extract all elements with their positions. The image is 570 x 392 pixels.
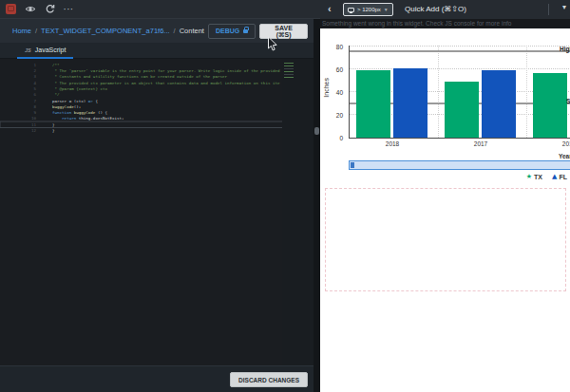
x-tick-label: 2018 (386, 140, 399, 147)
eye-icon (25, 5, 36, 13)
editor-toolbar: ··· (0, 0, 320, 19)
x-tick-label: 2016 (562, 140, 570, 147)
splitter-handle-icon[interactable] (314, 127, 319, 135)
app-logo-icon[interactable] (6, 4, 16, 14)
back-button[interactable]: ‹ (328, 2, 332, 15)
gridline-horizontal (350, 68, 570, 69)
tab-javascript-label: JavaScript (35, 47, 66, 53)
empty-widget-placeholder (325, 188, 566, 291)
lock-icon (243, 29, 248, 33)
collapse-button[interactable]: ▾ (562, 3, 566, 11)
reference-line-label: Highest (560, 46, 570, 52)
star-marker-icon: ★ (526, 173, 532, 180)
debug-button-label: DEBUG (216, 28, 239, 34)
code-lines: 1/**2 * The 'parser' variable is the ent… (0, 59, 314, 365)
breadcrumb-current: Content (180, 27, 204, 35)
y-tick-label: 80 (336, 44, 343, 50)
legend-label: FL (559, 174, 567, 180)
discard-changes-button[interactable]: DISCARD CHANGES (230, 372, 308, 387)
bar-fl-2018[interactable] (393, 68, 428, 138)
breadcrumb-component[interactable]: TEXT_WIDGET_COMPONENT_a71f6... (41, 27, 169, 35)
code-token: buggyCode (52, 104, 74, 109)
viewport-size-value: > 1200px (357, 7, 381, 12)
code-token: return (52, 116, 76, 121)
code-token: */ (52, 92, 60, 97)
tab-javascript[interactable]: JS JavaScript (17, 43, 73, 59)
error-banner: Something went wrong in this widget. Che… (320, 19, 570, 28)
viewport-size-dropdown[interactable]: > 1200px ▼ (343, 3, 393, 16)
more-options-button[interactable]: ··· (64, 5, 74, 13)
app-logo-glyph (8, 6, 14, 11)
breadcrumb-separator: / (174, 27, 176, 35)
editor-footer: DISCARD CHANGES (0, 365, 314, 392)
header-divider (548, 4, 549, 15)
ellipsis-icon: ··· (64, 5, 74, 13)
triangle-marker-icon: ▲ (552, 173, 557, 180)
minimap[interactable] (282, 59, 314, 365)
line-number: 12 (0, 127, 36, 133)
reference-line-label: S (566, 98, 570, 104)
y-tick-label: 60 (336, 66, 343, 73)
code-token: } (52, 121, 55, 126)
code-line[interactable]: 12} (0, 127, 314, 133)
legend-item-fl[interactable]: ▲FL (552, 173, 567, 180)
preview-header: ‹ > 1200px ▼ Quick Add (⌘⇧O) ▾ (320, 0, 570, 19)
editor-panel: ··· Home / TEXT_WIDGET_COMPONENT_a71f6..… (0, 0, 320, 392)
gridline-vertical (526, 46, 527, 138)
mouse-cursor (267, 36, 278, 53)
chart-range-slider[interactable] (349, 160, 570, 170)
y-tick-label: 40 (336, 89, 343, 96)
code-token: /** (52, 63, 60, 67)
breadcrumb-actions: DEBUG SAVE (⌘S) (208, 24, 308, 39)
debug-button[interactable]: DEBUG (208, 24, 256, 39)
preview-eye-button[interactable] (25, 5, 36, 13)
code-token: } (52, 128, 55, 133)
chevron-down-icon: ▾ (562, 3, 566, 11)
legend-label: TX (534, 174, 542, 180)
refresh-button[interactable] (45, 4, 55, 14)
breadcrumb-separator: / (35, 27, 37, 35)
code-token: * Constants and utilility functions can … (52, 74, 227, 79)
minimap-marks (283, 61, 294, 80)
code-editor[interactable]: 1/**2 * The 'parser' variable is the ent… (0, 59, 314, 365)
chevron-down-icon: ▼ (384, 7, 389, 12)
bar-tx-2018[interactable] (356, 70, 390, 138)
y-tick-label: 0 (339, 135, 343, 141)
chart-plot: HighestS (349, 46, 570, 139)
code-token: (); (74, 104, 82, 109)
app-window: ··· Home / TEXT_WIDGET_COMPONENT_a71f6..… (0, 0, 570, 392)
x-tick-label: 2017 (474, 140, 487, 147)
gridline-vertical (438, 46, 439, 138)
preview-panel: ‹ > 1200px ▼ Quick Add (⌘⇧O) ▾ Something… (320, 0, 570, 392)
panel-splitter[interactable] (314, 19, 320, 392)
code-token: thing.doesNotExist; (76, 116, 124, 121)
code-token: * The 'parser' variable is the entry poi… (52, 68, 280, 73)
code-token: function (52, 110, 74, 115)
x-axis-labels: 201820172016 (349, 140, 570, 150)
code-token: () { (95, 110, 107, 115)
bar-fl-2017[interactable] (482, 70, 516, 138)
bar-tx-2017[interactable] (445, 82, 479, 138)
code-token: parser = (ctx) (52, 98, 88, 103)
code-token: { (93, 98, 98, 103)
y-tick-label: 20 (336, 112, 343, 119)
gridline-horizontal (350, 46, 570, 47)
code-token: buggyCode (74, 110, 96, 115)
code-token: * @param {context} ctx (52, 86, 107, 91)
slider-handle[interactable] (351, 162, 354, 168)
reference-line (350, 50, 570, 52)
chart-legend: ★TX▲FL (526, 173, 567, 180)
code-token: * The provided ctx parameter is an objec… (52, 80, 280, 84)
breadcrumb-home[interactable]: Home (12, 27, 31, 35)
monitor-icon (348, 8, 354, 12)
bar-tx-2016[interactable] (533, 73, 567, 138)
preview-body: Inches 020406080 HighestS 201820172016 Y… (320, 28, 570, 392)
x-axis-title: Year (559, 153, 570, 159)
refresh-icon (45, 4, 55, 14)
bar-chart: HighestS 201820172016 Year (349, 38, 570, 166)
y-axis-ticks: 020406080 (320, 46, 346, 139)
legend-item-tx[interactable]: ★TX (526, 173, 542, 180)
javascript-icon: JS (25, 47, 31, 53)
chevron-left-icon: ‹ (328, 3, 332, 14)
